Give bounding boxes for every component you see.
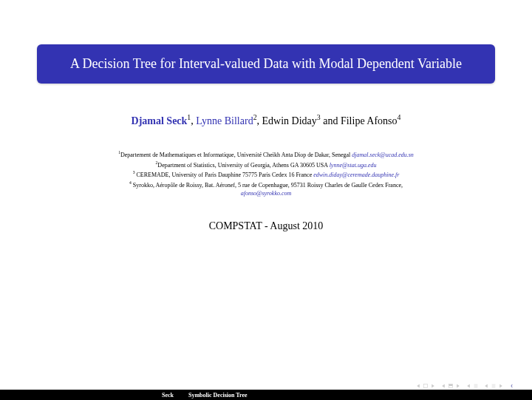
affil-4-email-line: afonso@syrokko.com [118,189,414,198]
affil-1-text: Departement de Mathematiques et Informat… [120,152,352,158]
svg-marker-11 [485,384,488,388]
nav-prev[interactable] [441,384,460,388]
affil-4-email: afonso@syrokko.com [241,190,292,197]
footer-author: Seck [0,392,181,399]
nav-first[interactable] [416,384,435,388]
svg-marker-3 [442,384,445,388]
nav-controls [416,384,514,388]
author-1: Djamal Seck [132,115,188,126]
svg-marker-2 [432,384,434,388]
authors-line: Djamal Seck1, Lynne Billard2, Edwin Dida… [132,113,401,127]
author-2: Lynne Billard [196,115,253,126]
affil-4: 4 Syrokko, Aéropôle de Roissy, Bat. Aéro… [118,180,414,190]
nav-section-next[interactable] [484,384,503,388]
author-3: Edwin Diday [262,115,317,126]
title-block: A Decision Tree for Interval-valued Data… [37,44,495,84]
sep: and [321,115,341,126]
affiliations: 1Departement de Mathematiques et Informa… [118,149,414,199]
affil-1: 1Departement de Mathematiques et Informa… [118,149,414,160]
svg-rect-5 [449,384,453,386]
svg-marker-7 [467,384,470,388]
affil-3-email: edwin.diday@ceremade.dauphine.fr [313,172,399,178]
affil-2-text: Department of Statistics, University of … [157,161,329,168]
affil-3: 3 CEREMADE, University of Paris Dauphine… [118,169,414,180]
author-4: Filipe Afonso [341,115,398,126]
footer-title: Symbolic Decision Tree [181,392,248,399]
nav-back[interactable] [509,384,514,388]
svg-marker-0 [417,384,420,388]
author-4-sup: 4 [398,113,401,121]
sep: , [257,115,262,126]
affil-4-text: Syrokko, Aéropôle de Roissy, Bat. Aérone… [132,181,403,188]
footer-bar: Seck Symbolic Decision Tree [0,390,532,400]
svg-marker-15 [499,384,502,388]
svg-marker-6 [457,384,460,388]
affil-2: 2Department of Statistics, University of… [118,160,414,170]
slide: A Decision Tree for Interval-valued Data… [0,0,532,400]
svg-rect-1 [424,384,428,388]
affil-1-email: djamal.seck@ucad.edu.sn [352,152,414,158]
nav-section-prev[interactable] [466,384,478,388]
affil-3-text: CEREMADE, University of Paris Dauphine 7… [134,172,313,178]
venue: COMPSTAT - August 2010 [209,220,324,232]
slide-content: A Decision Tree for Interval-valued Data… [0,0,532,400]
slide-title: A Decision Tree for Interval-valued Data… [70,56,462,71]
affil-2-email: lynne@stat.uga.edu [330,161,377,168]
